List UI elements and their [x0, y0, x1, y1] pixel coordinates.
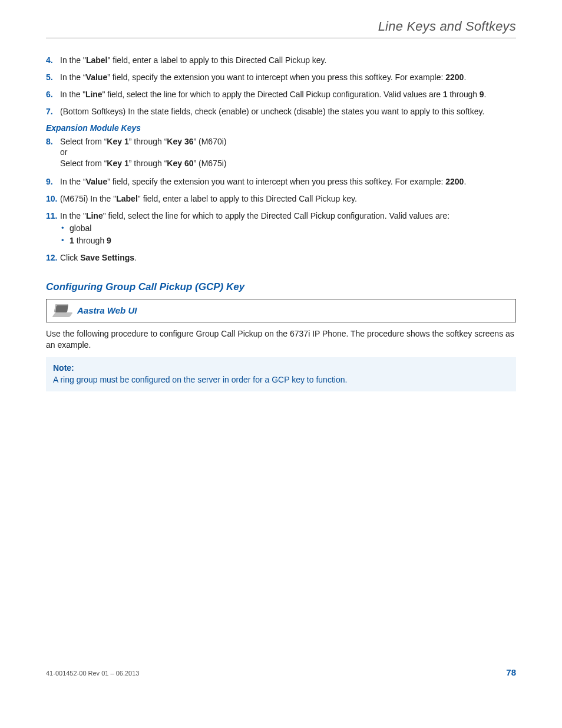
step-number: 4.: [46, 55, 58, 66]
step-number: 6.: [46, 89, 58, 100]
step-text: In the "Line" field, select the line for…: [60, 210, 516, 250]
step-number: 9.: [46, 176, 58, 187]
page-footer: 41-001452-00 Rev 01 – 06.2013 78: [46, 667, 516, 677]
step-number: 7.: [46, 106, 58, 117]
step-10: 10. (M675i) In the "Label" field, enter …: [46, 193, 516, 205]
bullet-global: global: [60, 223, 516, 234]
step-11: 11. In the "Line" field, select the line…: [46, 210, 516, 250]
step-text: Select from “Key 1” through “Key 36” (M6…: [60, 136, 516, 170]
document-page: Line Keys and Softkeys 4. In the "Label"…: [0, 0, 562, 728]
step-text: In the "Line" field, select the line for…: [60, 89, 516, 100]
step-8: 8. Select from “Key 1” through “Key 36” …: [46, 136, 516, 170]
page-header-title: Line Keys and Softkeys: [46, 19, 516, 38]
step-text: (M675i) In the "Label" field, enter a la…: [60, 193, 516, 205]
subhead-expansion-module-keys: Expansion Module Keys: [46, 123, 516, 133]
step-9: 9. In the “Value” field, specify the ext…: [46, 176, 516, 187]
step-number: 5.: [46, 72, 58, 83]
note-body: A ring group must be configured on the s…: [53, 374, 509, 386]
laptop-icon: [52, 303, 71, 318]
step-number: 12.: [46, 252, 58, 263]
step-5: 5. In the “Value” field, specify the ext…: [46, 72, 516, 83]
step-11-bullets: global 1 through 9: [60, 223, 516, 246]
section-head-gcp: Configuring Group Call Pickup (GCP) Key: [46, 281, 516, 293]
step-6: 6. In the "Line" field, select the line …: [46, 89, 516, 100]
step-text: (Bottom Softkeys) In the state fields, c…: [60, 106, 516, 117]
step-text: In the "Label" field, enter a label to a…: [60, 55, 516, 66]
step-number: 8.: [46, 136, 58, 170]
step-12: 12. Click Save Settings.: [46, 252, 516, 263]
step-text: In the “Value” field, specify the extens…: [60, 176, 516, 187]
step-number: 11.: [46, 210, 58, 250]
aastra-web-ui-label: Aastra Web UI: [77, 305, 137, 315]
footer-page-number: 78: [506, 667, 516, 677]
step-7: 7. (Bottom Softkeys) In the state fields…: [46, 106, 516, 117]
aastra-web-ui-box: Aastra Web UI: [46, 299, 516, 322]
step-text: Click Save Settings.: [60, 252, 516, 263]
intro-paragraph: Use the following procedure to configure…: [46, 328, 516, 351]
bullet-range: 1 through 9: [60, 235, 516, 246]
footer-revision: 41-001452-00 Rev 01 – 06.2013: [46, 670, 139, 677]
step-text: In the “Value” field, specify the extens…: [60, 72, 516, 83]
step-number: 10.: [46, 193, 58, 205]
note-box: Note: A ring group must be configured on…: [46, 357, 516, 392]
note-title: Note:: [53, 362, 509, 374]
step-4: 4. In the "Label" field, enter a label t…: [46, 55, 516, 66]
